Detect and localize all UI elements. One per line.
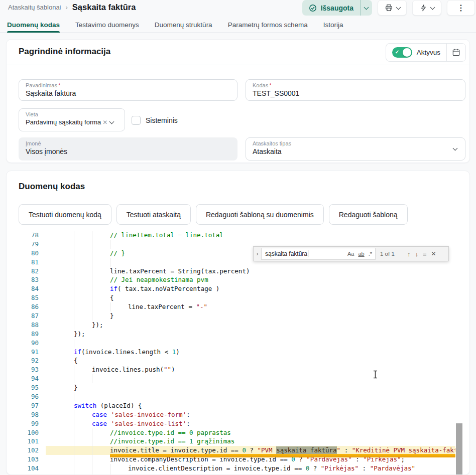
code-row[interactable]: 101//invoice.type.id == 1 grąžinimas — [7, 437, 469, 446]
saved-main[interactable]: Išsaugota — [302, 0, 360, 16]
indent-guide — [74, 455, 74, 464]
code-row[interactable]: 93invoice.lines.push("") — [7, 365, 469, 374]
find-collapse-icon[interactable]: › — [254, 250, 261, 257]
schedule-button[interactable] — [446, 44, 465, 61]
chevron-down-icon — [364, 5, 369, 10]
code-row[interactable]: 85{ — [7, 293, 469, 302]
saved-status-button[interactable]: Išsaugota — [302, 0, 372, 16]
code-token: : — [186, 411, 190, 418]
breadcrumb-parent-link[interactable]: Ataskaitų šablonai — [8, 4, 61, 11]
line-number: 94 — [7, 374, 46, 383]
code-row[interactable]: 100//invoice.type.id == 0 paprastas — [7, 428, 469, 437]
clear-icon[interactable]: ✕ — [102, 119, 107, 126]
code-text: } — [46, 383, 455, 392]
code-row[interactable]: 99case 'sales-invoice-list': — [7, 419, 469, 428]
match-case-icon[interactable]: Aa — [347, 251, 354, 257]
code-row[interactable]: 104invoice.clientDescription = invoice.t… — [7, 464, 469, 473]
report-type-value: Ataskaita — [253, 147, 458, 155]
code-row[interactable]: 87} — [7, 311, 469, 321]
line-number: 101 — [7, 437, 46, 446]
code-token: " — [337, 446, 341, 454]
code-row[interactable]: 96 — [7, 392, 469, 401]
test-data-code-button[interactable]: Testuoti duomenų kodą — [19, 204, 111, 225]
code-row[interactable]: 95} — [7, 383, 469, 392]
tab-duomenu-struktura[interactable]: Duomenų struktūra — [155, 17, 212, 32]
code-token — [107, 420, 111, 427]
code-row[interactable]: 84if( tax.tax.noVatPercentage ) — [7, 284, 469, 293]
code-token: if — [110, 285, 117, 292]
code-row[interactable]: 105break; — [7, 473, 469, 474]
indent-guide — [110, 258, 110, 267]
active-toggle[interactable]: ✓ Aktyvus — [386, 47, 446, 58]
next-match-icon[interactable]: ↓ — [415, 250, 419, 258]
code-editor[interactable]: 78// lineItem.total = line.total7980// }… — [7, 229, 469, 474]
code-row[interactable]: 78// lineItem.total = line.total — [7, 231, 469, 240]
place-field-label: Vieta — [26, 111, 118, 117]
company-field[interactable]: Įmonė Visos įmonės — [19, 137, 237, 161]
code-token: 'sales-invoice-form' — [111, 411, 187, 418]
indent-guide — [92, 437, 92, 446]
find-in-selection-icon[interactable]: ≡ — [423, 250, 427, 258]
indent-guide — [74, 311, 74, 321]
code-row[interactable]: 88}); — [7, 321, 469, 330]
toggle-switch[interactable]: ✓ — [392, 47, 412, 58]
code-row[interactable]: 92{ — [7, 356, 469, 365]
code-row[interactable]: 91if(invoice.lines.length < 1) — [7, 348, 469, 357]
close-find-icon[interactable]: ✕ — [431, 250, 436, 257]
tab-testavimo-duomenys[interactable]: Testavimo duomenys — [75, 17, 139, 32]
edit-template-with-data-button[interactable]: Redaguoti šabloną su duomenimis — [196, 204, 324, 225]
code-row[interactable]: 98case 'sales-invoice-form': — [7, 410, 469, 419]
name-field[interactable]: Pavadinimas* Sąskaita faktūra — [19, 79, 237, 101]
indent-guide — [74, 437, 74, 446]
code-text: if(invoice.lines.length < 1) — [46, 348, 455, 357]
tab-istorija[interactable]: Istorija — [323, 17, 343, 32]
code-token: ? — [246, 446, 258, 454]
tab-parametru-formos-schema[interactable]: Parametrų formos schema — [228, 17, 308, 32]
edit-template-button[interactable]: Redaguoti šabloną — [329, 204, 408, 225]
line-number: 86 — [7, 302, 46, 311]
report-type-select-field[interactable]: Ataskaitos tipas Ataskaita — [246, 137, 465, 161]
systemic-checkbox[interactable] — [132, 116, 141, 125]
page-title: Sąskaita faktūra — [72, 3, 136, 12]
previous-match-icon[interactable]: ↑ — [407, 250, 411, 258]
line-number: 83 — [7, 275, 46, 284]
more-menu-button[interactable]: ⋮ — [447, 0, 475, 16]
indent-guide — [92, 473, 92, 474]
code-token: : — [186, 420, 190, 427]
indent-guide — [74, 464, 74, 473]
tab-duomenu-kodas[interactable]: Duomenų kodas — [7, 17, 60, 32]
divider — [7, 65, 469, 65]
code-text: case 'sales-invoice-list': — [46, 419, 455, 428]
whole-word-icon[interactable]: ab — [358, 251, 364, 257]
indent-guide — [92, 275, 92, 284]
code-field[interactable]: Kodas* TEST_SS0001 — [246, 79, 465, 101]
chevron-down-icon[interactable] — [109, 119, 114, 124]
code-row[interactable]: 89}); — [7, 330, 469, 339]
line-number: 90 — [7, 339, 46, 348]
vertical-scrollbar-thumb[interactable] — [456, 423, 462, 474]
indent-guide — [92, 374, 92, 383]
indent-guide — [74, 365, 74, 374]
code-row[interactable]: 82line.taxPercent = String(tax.percent) — [7, 267, 469, 276]
saved-dropdown-button[interactable] — [360, 0, 372, 16]
place-select-field[interactable]: Vieta Pardavimų sąskaitų forma ✕ — [19, 108, 125, 131]
code-text: switch (placeId) { — [46, 401, 455, 410]
test-report-button[interactable]: Testuoti ataskaitą — [116, 204, 191, 225]
regex-icon[interactable]: .* — [369, 251, 372, 257]
indent-guide — [92, 302, 92, 311]
indent-guide — [74, 374, 74, 383]
line-number: 103 — [7, 455, 46, 464]
code-text: invoice.clientDescription = invoice.type… — [46, 464, 455, 473]
code-token: // lineItem.total = line.total — [110, 231, 223, 239]
quick-actions-button[interactable] — [412, 0, 441, 16]
code-token: line.taxPercent = String(tax.percent) — [110, 267, 250, 275]
indent-guide — [92, 428, 92, 437]
find-input[interactable]: sąskaita faktūra Aa ab .* — [261, 248, 376, 260]
print-button[interactable] — [378, 0, 407, 16]
line-number: 95 — [7, 383, 46, 392]
code-row[interactable]: 83// Jei neapmokestinama pvm — [7, 275, 469, 284]
code-row[interactable]: 86line.taxPercent = "-" — [7, 302, 469, 311]
code-row[interactable]: 97switch (placeId) { — [7, 401, 469, 410]
code-row[interactable]: 94 — [7, 374, 469, 383]
code-row[interactable]: 90 — [7, 339, 469, 348]
